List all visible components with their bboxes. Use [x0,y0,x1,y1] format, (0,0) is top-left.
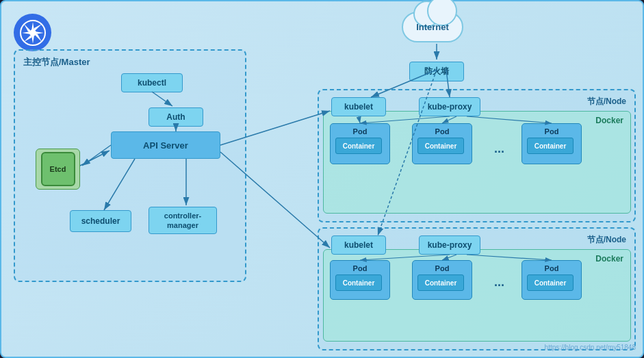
api-server-box: API Server [111,131,220,159]
main-diagram: 主控节点/Master kubectl Auth API Server Etcd… [0,0,644,358]
pod-group-2-3: Pod Container [521,260,582,300]
master-label: 主控节点/Master [23,56,90,68]
etcd-box: Etcd [36,149,80,190]
watermark: https://blog.csdn.net/my51848 [545,344,636,351]
container-stack-1-3: Container [527,138,576,157]
internet-cloud: Internet [398,12,467,42]
scheduler-box: scheduler [70,210,131,232]
pod-group-1-1: Pod Container [330,123,390,164]
kubelet-box-2: kubelet [331,235,386,255]
dots-2: ... [494,275,504,290]
pod-group-2-2: Pod Container [412,260,472,300]
svg-marker-7 [34,24,42,30]
firewall-box: 防火墙 [409,62,464,81]
container-stack-2-2: Container [417,274,467,294]
auth-box: Auth [149,107,203,127]
kube-proxy-box-1: kube-proxy [419,97,480,116]
container-stack-1-1: Container [335,138,385,157]
svg-marker-8 [24,36,32,42]
dots-1: ... [494,142,504,156]
container-stack-2-1: Container [335,274,385,294]
etcd-cylinder: Etcd [41,152,75,186]
svg-marker-5 [24,24,30,32]
controller-manager-box: controller-manager [149,207,217,234]
k8s-logo [14,14,51,51]
kubectl-box: kubectl [121,73,183,92]
kubelet-box-1: kubelet [331,97,386,116]
cloud-shape: Internet [402,12,463,42]
pod-group-1-3: Pod Container [521,123,582,164]
pod-group-2-1: Pod Container [330,260,390,300]
kube-proxy-box-2: kube-proxy [419,235,480,255]
container-stack-1-2: Container [417,138,467,157]
svg-point-9 [29,29,36,36]
svg-marker-6 [36,34,42,42]
container-stack-2-3: Container [527,274,576,294]
pod-group-1-2: Pod Container [412,123,472,164]
